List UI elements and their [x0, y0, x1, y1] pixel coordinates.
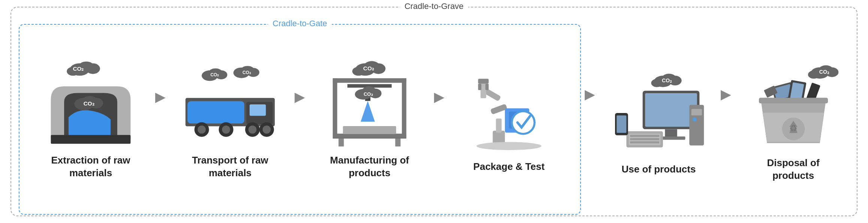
svg-point-33 [352, 67, 365, 76]
extraction-label: Extraction of rawmaterials [51, 154, 130, 180]
svg-text:CO₂: CO₂ [662, 77, 672, 83]
svg-rect-21 [250, 104, 266, 116]
svg-rect-56 [485, 84, 489, 90]
cradle-to-grave-label: Cradle-to-Grave [400, 1, 468, 11]
svg-rect-67 [645, 93, 697, 127]
transport-icon: CO₂ CO₂ [181, 59, 279, 149]
svg-point-27 [248, 126, 257, 134]
extraction-icon: CO₂ CO₂ [42, 59, 139, 149]
svg-rect-55 [478, 84, 482, 90]
arrow-4: ▶ [585, 86, 595, 102]
svg-rect-39 [333, 134, 406, 138]
svg-rect-72 [630, 135, 659, 137]
cradle-to-gate-label: Cradle-to-Gate [268, 19, 332, 28]
svg-rect-9 [51, 135, 131, 144]
svg-rect-68 [665, 129, 677, 137]
use-icon: CO₂ [610, 68, 708, 158]
arrow-5: ▶ [721, 86, 731, 102]
manufacturing-icon: CO₂ [321, 59, 418, 149]
svg-rect-51 [490, 104, 507, 114]
svg-point-79 [692, 117, 696, 122]
svg-text:CO₂: CO₂ [364, 91, 373, 97]
svg-text:CO₂: CO₂ [84, 100, 94, 107]
svg-text:♻: ♻ [789, 123, 798, 133]
svg-text:CO₂: CO₂ [210, 73, 219, 78]
svg-point-2 [86, 63, 100, 74]
package-test-icon [460, 65, 558, 155]
package-test-label: Package & Test [473, 161, 545, 173]
use-label: Use of products [622, 163, 696, 176]
svg-point-60 [476, 142, 541, 150]
disposal-icon: CO₂ [745, 62, 842, 152]
svg-text:CO₂: CO₂ [819, 69, 829, 75]
stage-manufacturing: CO₂ [306, 56, 433, 183]
svg-rect-78 [691, 109, 702, 115]
manufacturing-label: Manufacturing ofproducts [330, 154, 409, 180]
svg-rect-36 [333, 79, 337, 138]
svg-rect-73 [630, 138, 659, 140]
svg-rect-47 [338, 138, 344, 146]
svg-rect-74 [630, 141, 659, 143]
svg-text:CO₂: CO₂ [73, 66, 84, 72]
svg-rect-38 [333, 79, 406, 83]
svg-rect-53 [480, 82, 486, 98]
transport-label: Transport of rawmaterials [192, 154, 268, 180]
disposal-label: Disposal ofproducts [767, 157, 819, 182]
svg-rect-54 [478, 79, 489, 84]
svg-point-25 [222, 126, 230, 134]
svg-rect-37 [402, 79, 406, 138]
svg-rect-48 [395, 138, 401, 146]
arrow-2: ▶ [295, 89, 305, 105]
arrow-1: ▶ [155, 89, 166, 105]
cradle-to-grave-container: Cradle-to-Grave Cradle-to-Gate CO₂ [10, 7, 858, 216]
svg-point-29 [263, 126, 271, 134]
svg-point-23 [198, 126, 206, 134]
stage-disposal: CO₂ [733, 59, 853, 185]
svg-point-59 [512, 111, 535, 134]
stage-transport: CO₂ CO₂ [166, 56, 294, 183]
stage-use: CO₂ [599, 65, 718, 179]
svg-rect-52 [484, 89, 501, 102]
cradle-to-gate-container: Cradle-to-Gate CO₂ [19, 24, 581, 215]
stage-extraction: CO₂ CO₂ [27, 56, 154, 183]
svg-text:CO₂: CO₂ [242, 70, 251, 75]
svg-rect-50 [496, 119, 501, 133]
arrow-3: ▶ [434, 89, 444, 105]
svg-rect-46 [343, 126, 396, 134]
stage-package-test: Package & Test [445, 62, 573, 176]
svg-point-64 [651, 79, 662, 87]
svg-rect-19 [187, 101, 244, 124]
svg-text:CO₂: CO₂ [363, 65, 374, 71]
svg-rect-76 [617, 116, 626, 133]
svg-rect-93 [759, 98, 828, 103]
svg-point-83 [808, 71, 819, 79]
